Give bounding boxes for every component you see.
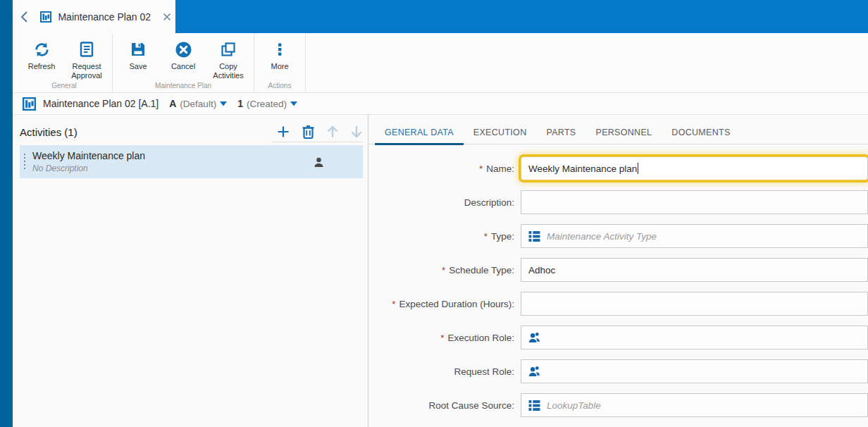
more-button[interactable]: More (257, 37, 302, 80)
app-window: Maintenance Plan 02 (0, 0, 868, 427)
add-activity-button[interactable] (276, 125, 290, 139)
plus-icon (276, 125, 290, 139)
toolbar-button-label: Refresh (28, 62, 56, 71)
revision-dropdown[interactable]: 1 (Created) (237, 98, 297, 109)
back-button[interactable] (13, 11, 36, 23)
root-cause-source-placeholder: LookupTable (547, 400, 601, 411)
content-area: Activities (1) (13, 115, 868, 427)
type-placeholder: Maintenance Activity Type (547, 231, 657, 242)
toolbar-group-maintenance-plan: Save Cancel (113, 33, 254, 92)
toolbar-button-label: Save (129, 62, 147, 71)
text-caret (638, 163, 638, 174)
field-label: Request Role: (368, 366, 521, 377)
maintenance-plan-icon (40, 11, 51, 23)
trash-icon (302, 125, 315, 139)
refresh-button[interactable]: Refresh (19, 37, 64, 80)
form-row-description: Description: (368, 190, 868, 214)
close-icon (163, 13, 171, 21)
refresh-icon (33, 39, 51, 59)
root-cause-source-input[interactable]: LookupTable (521, 393, 868, 417)
left-navigation-rail (0, 0, 13, 427)
breadcrumb: Maintenance Plan 02 [A.1] A (Default) 1 … (13, 93, 868, 115)
schedule-type-value: Adhoc (528, 265, 555, 276)
required-mark: * (479, 163, 483, 174)
name-input[interactable]: Weekly Maintenance plan (521, 156, 868, 180)
general-data-form: *Name: Weekly Maintenance plan Descripti… (368, 156, 868, 417)
field-label: *Name: (368, 163, 521, 174)
request-approval-icon (78, 39, 95, 59)
delete-activity-button[interactable] (302, 125, 315, 139)
toolbar-button-label: Cancel (171, 62, 195, 71)
field-label: *Execution Role: (368, 333, 521, 343)
move-up-button[interactable] (326, 125, 339, 139)
activity-description: No Description (32, 163, 313, 173)
save-button[interactable]: Save (116, 37, 161, 80)
toolbar-group-label: Maintenance Plan (116, 80, 251, 91)
execution-role-input[interactable] (521, 326, 868, 349)
drag-handle[interactable] (20, 145, 30, 178)
required-mark: * (484, 231, 488, 242)
version-value: A (169, 98, 176, 109)
document-tabstrip: Maintenance Plan 02 (13, 0, 175, 33)
tab-execution[interactable]: EXECUTION (464, 123, 537, 144)
description-input[interactable] (521, 190, 868, 214)
people-icon (528, 332, 540, 343)
tab-close-button[interactable] (163, 13, 171, 21)
form-row-expected-duration: *Expected Duration (Hours): (368, 292, 868, 316)
list-icon (528, 400, 540, 411)
activity-list-item[interactable]: Weekly Maintenance plan No Description (20, 145, 363, 178)
top-header-bar: Maintenance Plan 02 (13, 0, 868, 33)
cancel-icon (175, 39, 192, 59)
ribbon-toolbar: Refresh Request Approval General (13, 33, 868, 93)
toolbar-group-general: Refresh Request Approval General (16, 33, 113, 92)
required-mark: * (392, 299, 395, 309)
toolbar-group-label: General (19, 80, 109, 91)
tab-personnel[interactable]: PERSONNEL (586, 123, 662, 144)
toolbar-group-actions: More Actions (254, 33, 306, 92)
revision-value: 1 (237, 98, 243, 109)
request-role-input[interactable] (521, 359, 868, 383)
chevron-down-icon (290, 101, 297, 106)
field-label: *Schedule Type: (368, 265, 521, 276)
save-icon (130, 39, 147, 59)
person-icon (313, 156, 325, 168)
breadcrumb-title: Maintenance Plan 02 [A.1] (43, 98, 159, 109)
activity-title: Weekly Maintenance plan (32, 150, 313, 161)
field-label: Root Cause Source: (368, 400, 521, 411)
maintenance-plan-icon (23, 97, 36, 111)
document-tab[interactable]: Maintenance Plan 02 (36, 0, 175, 33)
request-approval-button[interactable]: Request Approval (64, 37, 109, 80)
form-row-type: *Type: Maintenance Activity Type (368, 224, 868, 248)
arrow-down-icon (350, 125, 363, 139)
copy-icon (220, 39, 237, 59)
tab-general-data[interactable]: GENERAL DATA (375, 123, 464, 144)
detail-panel: GENERAL DATA EXECUTION PARTS PERSONNEL D… (368, 115, 868, 427)
move-down-button[interactable] (350, 125, 363, 139)
form-row-request-role: Request Role: (368, 359, 868, 383)
field-label: Description: (368, 197, 521, 208)
detail-tabs: GENERAL DATA EXECUTION PARTS PERSONNEL D… (368, 123, 868, 144)
toolbar-group-label: Actions (257, 80, 302, 91)
list-icon (528, 230, 540, 242)
tab-documents[interactable]: DOCUMENTS (662, 123, 740, 144)
field-label: *Expected Duration (Hours): (368, 299, 521, 309)
form-row-schedule-type: *Schedule Type: Adhoc (368, 258, 868, 282)
form-row-name: *Name: Weekly Maintenance plan (368, 156, 868, 180)
cancel-button[interactable]: Cancel (161, 37, 206, 80)
required-mark: * (440, 333, 444, 343)
type-input[interactable]: Maintenance Activity Type (521, 224, 868, 248)
form-row-execution-role: *Execution Role: (368, 326, 868, 349)
activities-panel: Activities (1) (13, 115, 368, 427)
schedule-type-input[interactable]: Adhoc (521, 258, 868, 282)
name-value: Weekly Maintenance plan (528, 163, 637, 174)
copy-activities-button[interactable]: Copy Activities (206, 37, 251, 80)
tab-parts[interactable]: PARTS (536, 123, 585, 144)
more-icon (271, 39, 288, 59)
version-dropdown[interactable]: A (Default) (169, 98, 227, 109)
document-tab-title: Maintenance Plan 02 (58, 11, 151, 23)
expected-duration-input[interactable] (521, 292, 868, 316)
arrow-up-icon (326, 125, 339, 139)
field-label: *Type: (368, 231, 521, 242)
activities-toolbar-divider (273, 142, 363, 142)
activities-toolbar (276, 125, 363, 139)
